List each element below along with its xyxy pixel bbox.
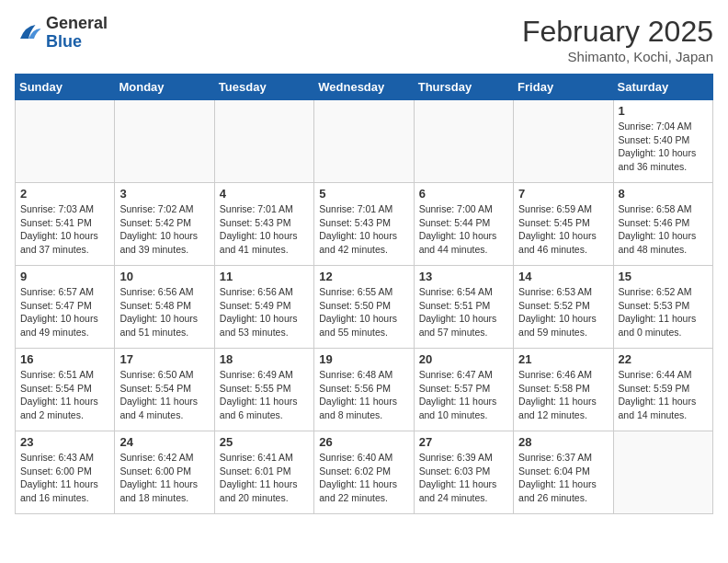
day-number: 27 (419, 435, 508, 449)
day-info: Sunrise: 6:41 AM Sunset: 6:01 PM Dayligh… (220, 451, 309, 505)
day-info: Sunrise: 6:59 AM Sunset: 5:45 PM Dayligh… (518, 202, 608, 257)
day-info: Sunrise: 6:43 AM Sunset: 6:00 PM Dayligh… (20, 451, 109, 505)
calendar-cell (115, 100, 214, 183)
col-header-saturday: Saturday (613, 75, 712, 100)
day-info: Sunrise: 7:01 AM Sunset: 5:43 PM Dayligh… (220, 202, 309, 257)
calendar-cell: 12Sunrise: 6:55 AM Sunset: 5:50 PM Dayli… (314, 266, 414, 349)
day-number: 20 (419, 352, 508, 366)
calendar-cell: 25Sunrise: 6:41 AM Sunset: 6:01 PM Dayli… (214, 431, 313, 514)
calendar-cell: 27Sunrise: 6:39 AM Sunset: 6:03 PM Dayli… (414, 431, 513, 514)
day-number: 28 (518, 435, 608, 449)
calendar-cell: 19Sunrise: 6:48 AM Sunset: 5:56 PM Dayli… (314, 349, 414, 431)
day-number: 21 (518, 352, 608, 366)
calendar-cell (514, 100, 613, 183)
day-info: Sunrise: 6:42 AM Sunset: 6:00 PM Dayligh… (119, 451, 209, 505)
day-number: 3 (119, 187, 209, 201)
day-info: Sunrise: 6:55 AM Sunset: 5:50 PM Dayligh… (319, 285, 408, 339)
logo-text: General Blue (46, 15, 108, 52)
calendar-cell: 14Sunrise: 6:53 AM Sunset: 5:52 PM Dayli… (514, 266, 613, 349)
calendar-cell: 9Sunrise: 6:57 AM Sunset: 5:47 PM Daylig… (16, 266, 115, 349)
day-number: 22 (619, 352, 708, 366)
day-number: 9 (20, 270, 109, 283)
day-number: 6 (419, 187, 508, 201)
day-number: 26 (319, 435, 408, 449)
col-header-tuesday: Tuesday (214, 75, 313, 100)
day-number: 23 (20, 435, 109, 449)
day-info: Sunrise: 6:50 AM Sunset: 5:54 PM Dayligh… (119, 368, 209, 422)
calendar-cell (414, 100, 513, 183)
day-info: Sunrise: 6:57 AM Sunset: 5:47 PM Dayligh… (20, 285, 109, 339)
day-info: Sunrise: 6:58 AM Sunset: 5:46 PM Dayligh… (619, 202, 708, 257)
day-info: Sunrise: 7:00 AM Sunset: 5:44 PM Dayligh… (419, 202, 508, 257)
calendar-cell: 16Sunrise: 6:51 AM Sunset: 5:54 PM Dayli… (16, 349, 115, 431)
day-number: 8 (619, 187, 708, 201)
day-number: 13 (419, 270, 508, 283)
day-info: Sunrise: 6:49 AM Sunset: 5:55 PM Dayligh… (220, 368, 309, 422)
day-info: Sunrise: 6:46 AM Sunset: 5:58 PM Dayligh… (518, 368, 608, 422)
calendar-cell: 26Sunrise: 6:40 AM Sunset: 6:02 PM Dayli… (314, 431, 414, 514)
col-header-friday: Friday (514, 75, 613, 100)
day-number: 25 (220, 435, 309, 449)
calendar-cell (613, 431, 712, 514)
day-info: Sunrise: 6:51 AM Sunset: 5:54 PM Dayligh… (20, 368, 109, 422)
day-info: Sunrise: 6:37 AM Sunset: 6:04 PM Dayligh… (518, 451, 608, 505)
calendar-cell: 22Sunrise: 6:44 AM Sunset: 5:59 PM Dayli… (613, 349, 712, 431)
day-info: Sunrise: 6:48 AM Sunset: 5:56 PM Dayligh… (319, 368, 408, 422)
logo-bird-icon (15, 19, 42, 47)
week-row-5: 23Sunrise: 6:43 AM Sunset: 6:00 PM Dayli… (16, 431, 713, 514)
calendar-cell (214, 100, 313, 183)
calendar-table: SundayMondayTuesdayWednesdayThursdayFrid… (15, 74, 713, 514)
day-number: 14 (518, 270, 608, 283)
day-info: Sunrise: 6:56 AM Sunset: 5:49 PM Dayligh… (220, 285, 309, 339)
col-header-wednesday: Wednesday (314, 75, 414, 100)
calendar-cell: 15Sunrise: 6:52 AM Sunset: 5:53 PM Dayli… (613, 266, 712, 349)
day-number: 17 (119, 352, 209, 366)
calendar-header-row: SundayMondayTuesdayWednesdayThursdayFrid… (16, 75, 713, 100)
calendar-cell (314, 100, 414, 183)
day-number: 4 (220, 187, 309, 201)
calendar-cell: 1Sunrise: 7:04 AM Sunset: 5:40 PM Daylig… (613, 100, 712, 183)
calendar-cell: 11Sunrise: 6:56 AM Sunset: 5:49 PM Dayli… (214, 266, 313, 349)
day-number: 24 (119, 435, 209, 449)
calendar-cell: 18Sunrise: 6:49 AM Sunset: 5:55 PM Dayli… (214, 349, 313, 431)
logo: General Blue (15, 15, 108, 52)
month-year-title: February 2025 (522, 15, 713, 49)
day-info: Sunrise: 7:03 AM Sunset: 5:41 PM Dayligh… (20, 202, 109, 257)
day-info: Sunrise: 6:54 AM Sunset: 5:51 PM Dayligh… (419, 285, 508, 339)
calendar-cell: 17Sunrise: 6:50 AM Sunset: 5:54 PM Dayli… (115, 349, 214, 431)
day-info: Sunrise: 7:01 AM Sunset: 5:43 PM Dayligh… (319, 202, 408, 257)
day-info: Sunrise: 7:02 AM Sunset: 5:42 PM Dayligh… (119, 202, 209, 257)
day-number: 10 (119, 270, 209, 283)
week-row-4: 16Sunrise: 6:51 AM Sunset: 5:54 PM Dayli… (16, 349, 713, 431)
day-info: Sunrise: 7:04 AM Sunset: 5:40 PM Dayligh… (619, 120, 708, 174)
day-number: 2 (20, 187, 109, 201)
calendar-cell: 13Sunrise: 6:54 AM Sunset: 5:51 PM Dayli… (414, 266, 513, 349)
day-number: 11 (220, 270, 309, 283)
calendar-cell: 10Sunrise: 6:56 AM Sunset: 5:48 PM Dayli… (115, 266, 214, 349)
day-info: Sunrise: 6:47 AM Sunset: 5:57 PM Dayligh… (419, 368, 508, 422)
calendar-cell: 21Sunrise: 6:46 AM Sunset: 5:58 PM Dayli… (514, 349, 613, 431)
day-info: Sunrise: 6:39 AM Sunset: 6:03 PM Dayligh… (419, 451, 508, 505)
page-header: General Blue February 2025 Shimanto, Koc… (15, 15, 713, 64)
day-number: 12 (319, 270, 408, 283)
day-number: 15 (619, 270, 708, 283)
calendar-cell: 23Sunrise: 6:43 AM Sunset: 6:00 PM Dayli… (16, 431, 115, 514)
calendar-cell: 4Sunrise: 7:01 AM Sunset: 5:43 PM Daylig… (214, 183, 313, 266)
calendar-cell: 5Sunrise: 7:01 AM Sunset: 5:43 PM Daylig… (314, 183, 414, 266)
day-info: Sunrise: 6:53 AM Sunset: 5:52 PM Dayligh… (518, 285, 608, 339)
calendar-cell: 20Sunrise: 6:47 AM Sunset: 5:57 PM Dayli… (414, 349, 513, 431)
col-header-thursday: Thursday (414, 75, 513, 100)
calendar-cell (16, 100, 115, 183)
week-row-2: 2Sunrise: 7:03 AM Sunset: 5:41 PM Daylig… (16, 183, 713, 266)
day-number: 7 (518, 187, 608, 201)
location-subtitle: Shimanto, Kochi, Japan (522, 49, 713, 64)
calendar-cell: 6Sunrise: 7:00 AM Sunset: 5:44 PM Daylig… (414, 183, 513, 266)
day-number: 19 (319, 352, 408, 366)
calendar-cell: 3Sunrise: 7:02 AM Sunset: 5:42 PM Daylig… (115, 183, 214, 266)
day-info: Sunrise: 6:44 AM Sunset: 5:59 PM Dayligh… (619, 368, 708, 422)
title-block: February 2025 Shimanto, Kochi, Japan (522, 15, 713, 64)
day-number: 16 (20, 352, 109, 366)
calendar-cell: 2Sunrise: 7:03 AM Sunset: 5:41 PM Daylig… (16, 183, 115, 266)
day-number: 1 (619, 104, 708, 118)
week-row-3: 9Sunrise: 6:57 AM Sunset: 5:47 PM Daylig… (16, 266, 713, 349)
